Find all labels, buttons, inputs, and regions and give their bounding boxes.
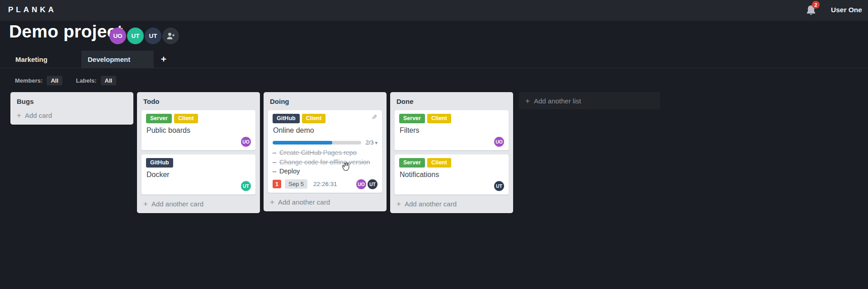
list-bugs: Bugs + Add card: [10, 92, 133, 125]
notification-count-badge[interactable]: 2: [812, 1, 820, 9]
list-title[interactable]: Done: [395, 96, 509, 110]
plus-icon: +: [17, 112, 21, 119]
card-footer: 1 Sep 5 22:26:31 UO UT: [273, 179, 377, 189]
card-members: UO: [146, 137, 251, 147]
dash-icon: –: [273, 148, 276, 158]
task-text: Create GitHub Pages repo: [279, 148, 357, 158]
progress-count-text: 2/3: [365, 139, 373, 146]
tab-marketing[interactable]: Marketing: [9, 51, 81, 68]
project-members: UO UT UT: [109, 28, 179, 44]
list-title[interactable]: Doing: [268, 96, 382, 110]
plus-icon: +: [396, 200, 401, 208]
tab-development[interactable]: Development: [81, 51, 154, 68]
avatar[interactable]: UO: [109, 28, 126, 44]
label-github[interactable]: GitHub: [273, 114, 300, 123]
card-filters[interactable]: Server Client Filters UO: [395, 110, 509, 150]
card-members: UT: [146, 181, 251, 191]
add-another-card-button[interactable]: + Add another card: [142, 199, 255, 210]
labels-filter-label: Labels:: [76, 77, 97, 84]
task-list: – Create GitHub Pages repo – Change code…: [273, 148, 377, 176]
card-title[interactable]: Public boards: [146, 126, 250, 135]
avatar[interactable]: UT: [145, 28, 161, 44]
card-title[interactable]: Online demo: [273, 126, 377, 135]
list-title[interactable]: Todo: [142, 96, 255, 110]
edit-card-icon[interactable]: ✎: [372, 113, 377, 121]
task-text: Change code for offline version: [279, 158, 370, 167]
planka-app: PLANKA 2 User One Demo project UO UT UT …: [0, 0, 868, 289]
label-server[interactable]: Server: [399, 114, 425, 123]
add-another-card-button[interactable]: + Add another card: [395, 199, 509, 210]
avatar[interactable]: UO: [356, 179, 366, 189]
label-client[interactable]: Client: [427, 158, 451, 168]
add-card-label: Add another card: [405, 200, 457, 208]
list-todo: Todo Server Client Public boards UO GitH…: [137, 92, 260, 213]
avatar[interactable]: UT: [127, 28, 144, 44]
card-notifications[interactable]: Server Client Notifications UT: [395, 154, 509, 195]
label-server[interactable]: Server: [146, 114, 172, 123]
progress-track: [273, 141, 361, 144]
dash-icon: –: [273, 158, 276, 167]
list-doing: Doing ✎ GitHub Client Online demo 2/3▾: [264, 92, 387, 211]
avatar[interactable]: UT: [368, 179, 377, 189]
plus-icon: +: [525, 97, 530, 105]
members-filter-label: Members:: [15, 77, 42, 84]
card-public-boards[interactable]: Server Client Public boards UO: [142, 110, 255, 150]
avatar[interactable]: UO: [241, 137, 251, 147]
plus-icon: +: [161, 54, 166, 65]
filter-bar: Members: All Labels: All: [15, 75, 130, 86]
user-menu[interactable]: User One: [831, 6, 862, 14]
card-title[interactable]: Docker: [146, 170, 250, 179]
task-item[interactable]: – Change code for offline version: [273, 158, 377, 167]
task-item[interactable]: – Create GitHub Pages repo: [273, 148, 377, 158]
labels-filter-value[interactable]: All: [101, 76, 117, 85]
avatar[interactable]: UO: [494, 137, 504, 147]
add-list-label: Add another list: [534, 97, 581, 105]
members-filter-value[interactable]: All: [47, 76, 62, 85]
progress-fill: [273, 141, 332, 144]
card-labels: GitHub: [146, 158, 251, 168]
chevron-down-icon: ▾: [375, 140, 377, 145]
plus-icon: +: [143, 200, 148, 208]
list-title[interactable]: Bugs: [15, 96, 129, 110]
task-item[interactable]: – Deploy: [273, 167, 377, 176]
add-member-button[interactable]: [162, 28, 179, 44]
card-online-demo[interactable]: ✎ GitHub Client Online demo 2/3▾: [268, 110, 382, 193]
task-text: Deploy: [279, 167, 300, 176]
card-notification-badge: 1: [273, 180, 281, 188]
label-github[interactable]: GitHub: [146, 158, 173, 168]
avatar[interactable]: UT: [241, 181, 251, 191]
avatar[interactable]: UT: [494, 181, 504, 191]
add-card-label: Add another card: [278, 198, 330, 206]
top-bar: PLANKA 2 User One: [0, 0, 868, 21]
add-board-button[interactable]: +: [156, 51, 172, 68]
progress-count[interactable]: 2/3▾: [365, 139, 377, 146]
label-client[interactable]: Client: [174, 114, 198, 123]
card-docker[interactable]: GitHub Docker UT: [142, 154, 255, 195]
add-card-button[interactable]: + Add card: [15, 110, 129, 121]
card-members: UT: [399, 181, 504, 191]
add-card-label: Add another card: [151, 200, 203, 208]
project-title[interactable]: Demo project: [9, 22, 123, 42]
planka-logo[interactable]: PLANKA: [8, 5, 57, 14]
kanban-board: Bugs + Add card Todo Server Client Publi…: [10, 92, 513, 213]
list-done: Done Server Client Filters UO Server Cli…: [390, 92, 513, 213]
card-labels: GitHub Client: [273, 114, 377, 123]
due-date-badge[interactable]: Sep 5: [285, 179, 307, 189]
card-title[interactable]: Filters: [400, 126, 504, 135]
dash-icon: –: [273, 167, 276, 176]
label-client[interactable]: Client: [427, 114, 451, 123]
add-another-list-button[interactable]: + Add another list: [519, 92, 660, 109]
card-title[interactable]: Notifications: [400, 170, 504, 179]
card-labels: Server Client: [399, 158, 504, 168]
add-another-card-button[interactable]: + Add another card: [268, 197, 382, 208]
board-tabs: Marketing Development +: [0, 51, 868, 68]
card-members: UO: [399, 137, 504, 147]
plus-icon: +: [270, 198, 274, 206]
timer-value[interactable]: 22:26:31: [313, 181, 337, 187]
label-client[interactable]: Client: [302, 114, 326, 123]
card-labels: Server Client: [146, 114, 251, 123]
add-card-label: Add card: [25, 112, 52, 119]
person-plus-icon: [166, 32, 175, 40]
card-labels: Server Client: [399, 114, 504, 123]
label-server[interactable]: Server: [399, 158, 425, 168]
